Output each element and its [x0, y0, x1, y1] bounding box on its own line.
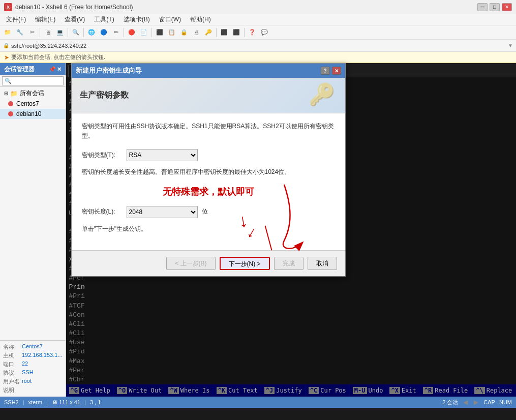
lock-icon: 🔒: [3, 43, 9, 48]
tool-btn-15[interactable]: 🔑: [203, 27, 214, 38]
dialog-title-bar: 新建用户密钥生成向导 ? ✕: [72, 64, 345, 78]
dialog-description: 密钥类型的可用性由SSH协议版本确定。SSH1只能使用RSA算法。SSH2可以使…: [82, 122, 335, 141]
session-info-value-username: root: [21, 377, 64, 386]
toolbar-sep-4: [124, 28, 124, 37]
tool-btn-16[interactable]: ⬛: [219, 27, 230, 38]
menu-view[interactable]: 查看(V): [60, 14, 89, 25]
tool-btn-17[interactable]: ⬛: [231, 27, 242, 38]
session-search-input[interactable]: [2, 76, 64, 85]
tool-btn-13[interactable]: 🔒: [178, 27, 190, 38]
session-tree: ⊟ 📁 所有会话 Centos7 debian10: [0, 87, 66, 340]
session-search: [0, 75, 66, 87]
key-decoration-icon: 🔑: [309, 82, 335, 107]
dialog-close-btn[interactable]: ✕: [332, 67, 341, 75]
status-x-sep: x: [70, 399, 73, 405]
finish-button[interactable]: 完成: [274, 257, 303, 270]
tool-btn-8[interactable]: ✏: [110, 27, 122, 38]
search-btn[interactable]: 🔍: [70, 27, 81, 38]
next-button[interactable]: 下一步(N) >: [220, 257, 270, 270]
dialog-header-title: 生产密钥参数: [80, 90, 129, 101]
session-label-debian10: debian10: [16, 110, 41, 117]
menu-tabs[interactable]: 选项卡(B): [119, 14, 154, 25]
help-btn[interactable]: ❓: [247, 27, 258, 38]
tool-btn-2[interactable]: 🔧: [14, 27, 25, 38]
session-item-debian10[interactable]: debian10: [0, 109, 66, 119]
cancel-button[interactable]: 取消: [308, 257, 337, 270]
status-rows-value: 41: [74, 399, 80, 405]
tree-root-label: 所有会话: [20, 89, 44, 98]
menu-edit[interactable]: 编辑(E): [31, 14, 59, 25]
session-manager-close-btn[interactable]: ✕: [57, 66, 62, 73]
tool-btn-18[interactable]: 💬: [259, 27, 270, 38]
menu-tools[interactable]: 工具(T): [90, 14, 118, 25]
toolbar-sep-1: [40, 28, 40, 37]
session-info-row-username: 用户名 root: [2, 377, 64, 386]
dialog-bottom-text: 单击"下一步"生成公钥。: [82, 224, 335, 234]
key-length-select[interactable]: 1024 2048 3072 4096: [127, 206, 198, 218]
tool-btn-14[interactable]: 🖨: [191, 27, 202, 38]
status-terminal-type: xterm: [28, 399, 43, 405]
address-bar: 🔒 ssh://root@35.224.243.240:22 ▼: [0, 40, 516, 52]
window-title: debian10 - Xshell 6 (Free for Home/Schoo…: [15, 4, 133, 11]
session-info-label-protocol: 协议: [2, 369, 21, 377]
toolbar-sep-2: [68, 28, 68, 37]
info-text: 要添加当前会话, 点击左侧的箭头按钮.: [11, 53, 105, 61]
status-sessions-label: 2 会话: [442, 399, 458, 406]
tree-root-folder-icon: 📁: [10, 90, 18, 97]
minimize-button[interactable]: ─: [477, 3, 488, 11]
new-folder-btn[interactable]: 📁: [2, 27, 13, 38]
toolbar-sep-6: [216, 28, 217, 37]
dialog-overlay: 新建用户密钥生成向导 ? ✕ 生产密钥参数 🔑 密钥类型的可用性由SSH协议版本…: [66, 63, 516, 397]
info-arrow-icon: ➤: [4, 54, 9, 61]
tool-btn-9[interactable]: 🔴: [126, 27, 137, 38]
tool-btn-3[interactable]: ✂: [26, 27, 38, 38]
status-cols-label: 🖥: [52, 399, 57, 405]
key-type-select[interactable]: RSA DSA ECDSA Ed25519: [127, 149, 198, 161]
tool-btn-4[interactable]: 🖥: [42, 27, 53, 38]
status-sep-2: |: [46, 399, 48, 405]
tool-btn-12[interactable]: 📋: [166, 27, 177, 38]
tree-root-item: ⊟ 📁 所有会话: [0, 88, 66, 99]
menu-file[interactable]: 文件(F): [2, 14, 30, 25]
toolbar: 📁 🔧 ✂ 🖥 💻 🔍 🌐 🔵 ✏ 🔴 📄 ⬛ 📋 🔒 🖨 🔑 ⬛ ⬛ ❓ 💬: [0, 25, 516, 40]
dialog-footer: ↓ < 上一步(B) 下一步(N) > 完成 取消 ↓: [72, 250, 345, 276]
status-position: 3 , 1: [90, 399, 101, 405]
status-nav-right[interactable]: ▶: [473, 398, 479, 407]
key-type-field: 密钥类型(T): RSA DSA ECDSA Ed25519: [82, 149, 335, 161]
dialog-help-btn[interactable]: ?: [321, 67, 330, 75]
key-length-field: 密钥长度(L): 1024 2048 3072 4096 位: [82, 206, 335, 218]
tool-btn-11[interactable]: ⬛: [154, 27, 165, 38]
tool-btn-7[interactable]: 🔵: [98, 27, 109, 38]
session-item-centos7[interactable]: Centos7: [0, 99, 66, 109]
menu-bar: 文件(F) 编辑(E) 查看(V) 工具(T) 选项卡(B) 窗口(W) 帮助(…: [0, 14, 516, 25]
session-manager-title: 会话管理器: [4, 65, 35, 74]
status-nav-left[interactable]: ◀: [462, 398, 469, 407]
app-icon: X: [4, 3, 12, 11]
back-button[interactable]: < 上一步(B): [166, 257, 215, 270]
session-info-row-port: 端口 22: [2, 360, 64, 369]
status-sep-3: |: [84, 399, 86, 405]
status-row-value: 3: [90, 399, 93, 405]
address-dropdown[interactable]: ▼: [508, 43, 513, 48]
tool-btn-10[interactable]: 📄: [138, 27, 149, 38]
session-info-value-desc: [21, 386, 64, 395]
close-button[interactable]: ✕: [502, 3, 512, 11]
session-info-value-host: 192.168.153.1...: [21, 351, 64, 360]
session-manager-header: 会话管理器 📌 ✕: [0, 63, 66, 75]
dialog-header: 生产密钥参数 🔑: [72, 78, 345, 113]
tool-btn-5[interactable]: 💻: [54, 27, 66, 38]
status-col-value: 1: [98, 399, 101, 405]
tool-btn-6[interactable]: 🌐: [86, 27, 97, 38]
dialog-body: 密钥类型的可用性由SSH协议版本确定。SSH1只能使用RSA算法。SSH2可以使…: [72, 113, 345, 250]
menu-help[interactable]: 帮助(H): [186, 14, 215, 25]
status-xterm-label: xterm: [28, 399, 43, 405]
status-comma-sep: ,: [95, 399, 96, 405]
maximize-button[interactable]: □: [490, 3, 500, 11]
session-manager-pin-btn[interactable]: 📌: [49, 66, 56, 73]
menu-window[interactable]: 窗口(W): [155, 14, 185, 25]
status-right: 2 会话 ◀ ▶ CAP NUM: [442, 398, 512, 407]
session-dot-debian10: [8, 111, 13, 116]
tree-root-expand-icon: ⊟: [4, 91, 8, 96]
title-bar: X debian10 - Xshell 6 (Free for Home/Sch…: [0, 0, 516, 14]
status-caps-label: CAP: [483, 399, 495, 405]
